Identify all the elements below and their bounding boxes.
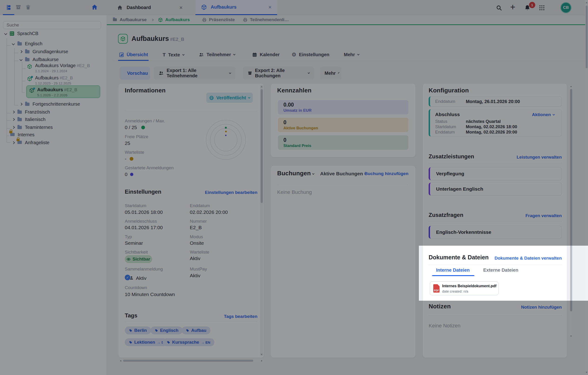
tab-einstellungen[interactable]: ⚙ Einstellungen bbox=[292, 52, 329, 57]
tree-item-anfrageliste[interactable]: Anfrageliste bbox=[12, 140, 50, 145]
tab-teilnehmer[interactable]: Teilnehmer bbox=[199, 52, 235, 57]
top-bar: Dashboard × Aufbaukurs × + 1 CB bbox=[0, 0, 588, 15]
leistungen-verwalten-link[interactable]: Leistungen verwalten bbox=[517, 155, 562, 160]
leistung-verpflegung[interactable]: Verpflegung bbox=[429, 167, 562, 180]
aktionen-dropdown[interactable]: Aktionen bbox=[532, 112, 555, 117]
tree-item-aufbaukurse[interactable]: Aufbaukurse bbox=[20, 57, 59, 62]
tab-interne-dateien[interactable]: Interne Dateien bbox=[436, 267, 470, 273]
tree-item-teaminternes[interactable]: Teaminternes bbox=[12, 125, 53, 130]
home-icon[interactable] bbox=[91, 4, 98, 11]
tag-englisch[interactable]: Englisch bbox=[151, 326, 183, 334]
tree-label: Anfrageliste bbox=[25, 140, 50, 145]
status-dot bbox=[31, 76, 33, 78]
folder-icon bbox=[17, 141, 22, 144]
check-circle-icon: ✓ bbox=[125, 275, 130, 280]
einstellungen-section-title: Einstellungen bbox=[125, 189, 161, 195]
add-icon[interactable]: + bbox=[510, 2, 515, 11]
breadcrumb-aufbaukurs[interactable]: Aufbaukurs bbox=[165, 17, 190, 22]
tree-item-internes[interactable]: Internes bbox=[10, 132, 34, 137]
chevron-right-icon[interactable] bbox=[12, 126, 15, 129]
export1-button[interactable]: Export 1: Alle Teilnehmende bbox=[154, 67, 236, 80]
fragen-verwalten-link[interactable]: Fragen verwalten bbox=[525, 213, 562, 218]
trash-icon[interactable] bbox=[25, 4, 31, 10]
tag-icon bbox=[186, 329, 189, 332]
tab-dashboard-close-icon[interactable]: × bbox=[179, 4, 183, 11]
page-scrollbar[interactable] bbox=[585, 0, 588, 375]
archive-icon[interactable] bbox=[15, 4, 21, 10]
export2-button[interactable]: Export 2: Alle Buchungen bbox=[243, 67, 314, 80]
buchung-hinzufuegen-link[interactable]: Buchung hinzufügen bbox=[365, 171, 409, 176]
einstellungen-bearbeiten-link[interactable]: Einstellungen bearbeiten bbox=[205, 190, 257, 195]
avatar[interactable]: CB bbox=[560, 2, 571, 13]
tree-item-grundlagenkurse[interactable]: Grundlagenkurse bbox=[20, 49, 68, 54]
file-card[interactable]: PDF Internes Beispieldokument.pdf date c… bbox=[430, 281, 499, 295]
chevron-right-icon[interactable] bbox=[12, 141, 15, 144]
zusatzleistungen-title: Zusatzleistungen bbox=[429, 153, 474, 160]
text-icon: T bbox=[163, 52, 166, 58]
people-icon bbox=[158, 70, 164, 76]
course-code: #E2_B bbox=[60, 75, 73, 80]
buchungen-title: Buchungen bbox=[277, 170, 311, 177]
frage-englisch-vorkenntnisse[interactable]: Englisch-Vorkenntnisse bbox=[429, 226, 562, 239]
tree-label: Aufbaukurse bbox=[32, 57, 59, 62]
toolbar-mehr-button[interactable]: Mehr bbox=[320, 67, 342, 80]
tree-item-course-vorlage[interactable]: Aufbaukurs Vorlage #E2_B 1.1.2024 - 29.1… bbox=[27, 63, 90, 73]
cube-icon bbox=[27, 76, 32, 85]
tab-externe-dateien[interactable]: Externe Dateien bbox=[483, 267, 518, 273]
buchungen-filter[interactable]: Aktive Buchungen bbox=[320, 171, 363, 176]
tag-lektionen[interactable]: Lektionen → 5 bbox=[125, 338, 168, 346]
chevron-right-icon[interactable] bbox=[20, 103, 22, 106]
breadcrumb-action-praesenzliste[interactable]: Präsenzliste bbox=[209, 17, 235, 22]
leistung-unterlagen[interactable]: Unterlagen Englisch bbox=[429, 182, 562, 195]
folder-icon bbox=[10, 133, 15, 136]
enddatum-card: Enddatum Montag, 26.01.2026 20:00 bbox=[429, 96, 562, 107]
search-input[interactable] bbox=[3, 21, 101, 29]
breadcrumb-aufbaukurse[interactable]: Aufbaukurse bbox=[120, 17, 147, 22]
tag-kurssprache[interactable]: Kurssprache → EN bbox=[163, 338, 214, 346]
tree-item-franzoesisch[interactable]: Französisch bbox=[12, 109, 50, 115]
tree-item-fortgeschrittenenkurse[interactable]: Fortgeschrittenenkurse bbox=[20, 101, 80, 107]
notizen-hinzufuegen-link[interactable]: Notizen hinzufügen bbox=[521, 305, 562, 310]
tab-kalender[interactable]: Kalender bbox=[252, 52, 280, 57]
tab-mehr[interactable]: Mehr bbox=[344, 52, 359, 57]
tab-texte[interactable]: T Texte bbox=[163, 52, 184, 58]
konfiguration-scrollbar[interactable] bbox=[569, 85, 573, 338]
status-dropdown[interactable]: Veröffentlicht bbox=[206, 93, 253, 103]
zusatzfragen-title: Zusatzfragen bbox=[429, 212, 463, 218]
stat-value: 0 bbox=[125, 172, 127, 177]
chevron-right-icon[interactable] bbox=[12, 111, 15, 113]
tree-item-course-selected[interactable]: Aufbaukurs #E2_B 5.1.2026 - 2.2.2026 bbox=[26, 85, 100, 98]
chevron-right-icon bbox=[151, 19, 154, 21]
folder-icon bbox=[17, 111, 22, 114]
info-vertical-scrollbar[interactable] bbox=[260, 85, 263, 356]
tab-uebersicht[interactable]: Übersicht bbox=[119, 52, 148, 57]
tree-item-italienisch[interactable]: Italienisch bbox=[12, 117, 45, 122]
breadcrumb-action-teilnehmendenliste[interactable]: Teilnehmendenli… bbox=[250, 17, 289, 22]
chevron-down-icon[interactable] bbox=[12, 42, 15, 45]
dokumente-verwalten-link[interactable]: Dokumente & Dateien verwalten bbox=[495, 256, 562, 261]
search-icon[interactable] bbox=[496, 5, 502, 11]
tree-panel-icon[interactable] bbox=[6, 4, 12, 11]
chevron-down-icon[interactable] bbox=[20, 58, 22, 61]
tag-aufbau[interactable]: Aufbau bbox=[182, 326, 210, 334]
tree-label: Grundlagenkurse bbox=[32, 49, 68, 54]
vorschau-button[interactable]: Vorschau bbox=[120, 67, 150, 80]
chevron-right-icon[interactable] bbox=[20, 50, 22, 53]
info-horizontal-scrollbar[interactable] bbox=[119, 359, 264, 363]
apps-grid-icon[interactable] bbox=[539, 5, 545, 11]
chevron-right-icon[interactable] bbox=[12, 118, 15, 121]
tab-aufbaukurs-close-icon[interactable]: × bbox=[268, 4, 272, 10]
buchungen-empty: Keine Buchung bbox=[277, 189, 312, 195]
sichtbar-badge: Sichtbar bbox=[125, 255, 152, 263]
tab-dashboard[interactable]: Dashboard × bbox=[111, 0, 188, 15]
tree-item-sprachcb[interactable]: SprachCB bbox=[5, 31, 38, 36]
tag-berlin[interactable]: Berlin bbox=[125, 326, 151, 334]
green-dot bbox=[141, 126, 145, 129]
chevron-down-icon[interactable] bbox=[4, 32, 7, 35]
tab-aufbaukurs[interactable]: Aufbaukurs × bbox=[195, 0, 277, 15]
dokumente-title: Dokumente & Dateien bbox=[429, 254, 489, 261]
tags-bearbeiten-link[interactable]: Tags bearbeiten bbox=[224, 314, 257, 319]
tree-item-englisch[interactable]: Englisch bbox=[12, 41, 42, 46]
folder-icon bbox=[113, 18, 117, 21]
tree-item-course-2025[interactable]: Aufbaukurs #E2_B 1.12.2025 - 29.12.2025 bbox=[27, 75, 73, 85]
